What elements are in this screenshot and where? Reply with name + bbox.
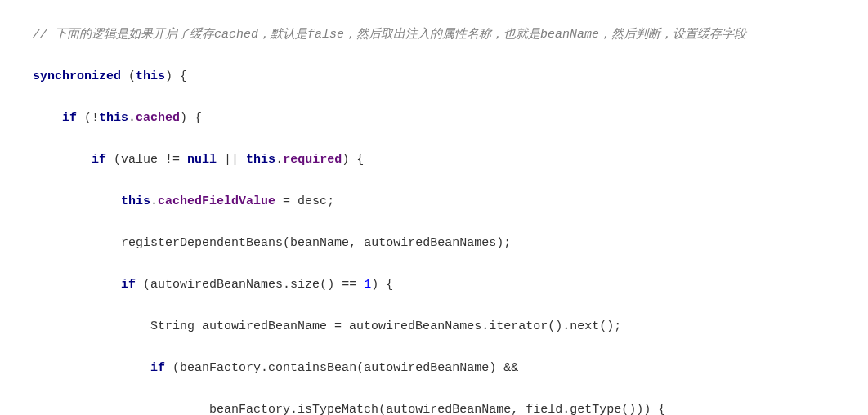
code-line: synchronized (this) { (33, 66, 868, 87)
code-line: // 下面的逻辑是如果开启了缓存cached，默认是false，然后取出注入的属… (33, 25, 868, 46)
code-line: if (!this.cached) { (33, 108, 868, 129)
code-line: if (beanFactory.containsBean(autowiredBe… (33, 358, 868, 379)
code-line: this.cachedFieldValue = desc; (33, 191, 868, 212)
code-line: if (autowiredBeanNames.size() == 1) { (33, 274, 868, 296)
code-line: if (value != null || this.required) { (33, 149, 868, 171)
code-line: registerDependentBeans(beanName, autowir… (33, 233, 868, 254)
code-line: String autowiredBeanName = autowiredBean… (33, 316, 868, 337)
comment: // 下面的逻辑是如果开启了缓存cached，默认是false，然后取出注入的属… (33, 28, 746, 42)
code-block: // 下面的逻辑是如果开启了缓存cached，默认是false，然后取出注入的属… (0, 0, 868, 415)
code-line: beanFactory.isTypeMatch(autowiredBeanNam… (33, 399, 868, 416)
